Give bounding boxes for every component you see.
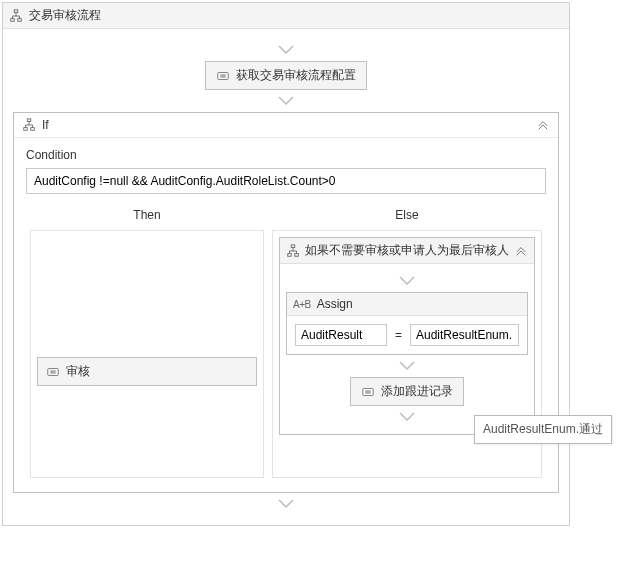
nested-title: 如果不需要审核或申请人为最后审核人 [305, 242, 509, 259]
nested-sequence[interactable]: 如果不需要审核或申请人为最后审核人 [279, 237, 535, 435]
then-branch: Then 审核 [26, 204, 268, 478]
svg-rect-12 [295, 253, 299, 256]
add-track-activity[interactable]: 添加跟进记录 [350, 377, 464, 406]
workflow-header: 交易审核流程 [3, 3, 569, 29]
if-title: If [42, 118, 530, 132]
svg-rect-10 [291, 244, 295, 247]
then-drop-zone[interactable]: 审核 [30, 230, 264, 478]
audit-activity[interactable]: 审核 [37, 357, 257, 386]
flow-arrow-icon [398, 412, 416, 422]
svg-rect-9 [50, 370, 55, 374]
svg-rect-0 [14, 9, 18, 12]
activity-label: 审核 [66, 363, 90, 380]
collapse-icon[interactable] [514, 244, 528, 258]
activity-icon [361, 385, 375, 399]
activity-label: 获取交易审核流程配置 [236, 67, 356, 84]
equals-label: = [393, 328, 404, 342]
assign-activity[interactable]: A+B Assign = [286, 292, 528, 355]
flow-arrow-icon [277, 45, 295, 55]
if-header: If [14, 113, 558, 138]
condition-input[interactable] [26, 168, 546, 194]
flow-arrow-icon [398, 361, 416, 371]
workflow-designer-panel: 交易审核流程 获取交易审核流程配置 If [2, 2, 570, 526]
svg-rect-4 [220, 74, 225, 78]
flow-arrow-icon [277, 499, 295, 509]
assign-badge-icon: A+B [293, 299, 311, 310]
then-header: Then [26, 204, 268, 230]
assign-header: A+B Assign [287, 293, 527, 316]
svg-rect-7 [31, 128, 35, 131]
workflow-body: 获取交易审核流程配置 If Condition [3, 29, 569, 525]
condition-label: Condition [26, 148, 546, 162]
else-header: Else [268, 204, 546, 230]
flowchart-icon [286, 244, 300, 258]
nested-body: A+B Assign = [280, 264, 534, 434]
assign-body: = [287, 316, 527, 354]
assign-title: Assign [317, 297, 353, 311]
activity-icon [216, 69, 230, 83]
activity-label: 添加跟进记录 [381, 383, 453, 400]
value-tooltip: AuditResultEnum.通过 [474, 415, 612, 444]
workflow-title: 交易审核流程 [29, 7, 563, 24]
svg-rect-14 [365, 390, 370, 394]
flowchart-icon [9, 9, 23, 23]
activity-icon [46, 365, 60, 379]
svg-rect-11 [288, 253, 292, 256]
flow-arrow-icon [398, 276, 416, 286]
if-branches: Then 审核 Else [26, 204, 546, 478]
collapse-icon[interactable] [536, 118, 550, 132]
svg-rect-2 [18, 18, 22, 21]
nested-header: 如果不需要审核或申请人为最后审核人 [280, 238, 534, 264]
svg-rect-5 [27, 119, 31, 122]
flow-arrow-icon [277, 96, 295, 106]
assign-to-input[interactable] [295, 324, 387, 346]
decision-icon [22, 118, 36, 132]
svg-rect-6 [24, 128, 28, 131]
assign-value-input[interactable] [410, 324, 519, 346]
svg-rect-1 [11, 18, 15, 21]
get-config-activity[interactable]: 获取交易审核流程配置 [205, 61, 367, 90]
